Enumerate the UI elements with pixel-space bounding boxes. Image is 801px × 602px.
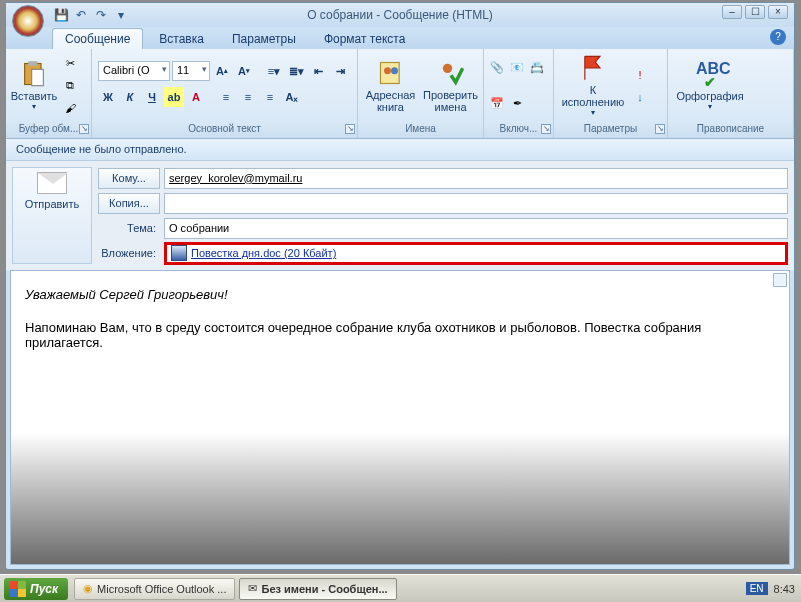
group-font: Calibri (О 11 A▴ A▾ ≡▾ ≣▾ ⇤ ⇥ Ж К Ч ab A — [92, 49, 358, 138]
message-window: 💾 ↶ ↷ ▾ О собрании - Сообщение (HTML) – … — [5, 2, 795, 570]
spelling-label: Орфография — [676, 90, 743, 102]
font-color-icon[interactable]: A — [186, 87, 206, 107]
message-header: Отправить Кому... sergey_korolev@mymail.… — [6, 161, 794, 270]
close-button[interactable]: × — [768, 5, 788, 19]
svg-rect-2 — [32, 69, 44, 85]
taskbar-outlook[interactable]: ◉Microsoft Office Outlook ... — [74, 578, 235, 600]
group-spelling: ABC✔ Орфография ▾ Правописание — [668, 49, 794, 138]
followup-button[interactable]: К исполнению ▾ — [558, 53, 628, 119]
svg-point-4 — [384, 67, 391, 74]
send-label: Отправить — [25, 198, 80, 210]
language-indicator[interactable]: EN — [746, 582, 768, 595]
followup-label: К исполнению — [558, 84, 628, 108]
format-painter-icon[interactable]: 🖌 — [61, 99, 79, 117]
address-book-button[interactable]: Адресная книга — [362, 53, 419, 119]
calendar-icon[interactable]: 📅 — [488, 94, 506, 112]
font-size-combo[interactable]: 11 — [172, 61, 210, 81]
to-button[interactable]: Кому... — [98, 168, 160, 189]
subject-label: Тема: — [98, 222, 160, 234]
options-dialog-launcher[interactable]: ↘ — [655, 124, 665, 134]
align-right-icon[interactable]: ≡ — [260, 87, 280, 107]
copy-icon[interactable]: ⧉ — [61, 77, 79, 95]
attach-item-icon[interactable]: 📧 — [508, 59, 526, 77]
ruler-toggle-icon[interactable] — [773, 273, 787, 287]
undo-icon[interactable]: ↶ — [74, 8, 88, 22]
address-book-icon — [377, 59, 405, 87]
align-left-icon[interactable]: ≡ — [216, 87, 236, 107]
group-names: Адресная книга Проверить имена Имена — [358, 49, 484, 138]
clear-format-icon[interactable]: Aₓ — [282, 87, 302, 107]
check-names-icon — [437, 59, 465, 87]
paste-button[interactable]: Вставить ▾ — [10, 53, 58, 119]
windows-flag-icon — [10, 581, 26, 597]
taskbar-message[interactable]: ✉Без имени - Сообщен... — [239, 578, 396, 600]
start-button[interactable]: Пуск — [4, 578, 68, 600]
redo-icon[interactable]: ↷ — [94, 8, 108, 22]
clock: 8:43 — [774, 583, 795, 595]
body-text: Напоминаю Вам, что в среду состоится оче… — [25, 320, 775, 350]
svg-rect-1 — [28, 61, 37, 66]
highlight-icon[interactable]: ab — [164, 87, 184, 107]
group-clipboard: Вставить ▾ ✂ ⧉ 🖌 Буфер обм...↘ — [6, 49, 92, 138]
outdent-icon[interactable]: ⇤ — [308, 61, 328, 81]
check-names-button[interactable]: Проверить имена — [422, 53, 479, 119]
help-icon[interactable]: ? — [770, 29, 786, 45]
group-include-label: Включ...↘ — [484, 122, 553, 138]
cc-field[interactable] — [164, 193, 788, 214]
check-names-label: Проверить имена — [422, 89, 479, 113]
group-include: 📎 📧 📇 📅 ✒ Включ...↘ — [484, 49, 554, 138]
attachment-name: Повестка дня.doc (20 Кбайт) — [191, 247, 336, 259]
group-followup-label: Параметры↘ — [554, 122, 667, 138]
start-label: Пуск — [30, 582, 58, 596]
group-spelling-label: Правописание — [668, 122, 793, 138]
message-body[interactable]: Уважаемый Сергей Григорьевич! Напоминаю … — [10, 270, 790, 565]
numbering-icon[interactable]: ≣▾ — [286, 61, 306, 81]
spelling-button[interactable]: ABC✔ Орфография ▾ — [672, 53, 748, 119]
subject-field[interactable]: О собрании — [164, 218, 788, 239]
quick-access-toolbar: 💾 ↶ ↷ ▾ — [54, 8, 128, 22]
office-button[interactable] — [12, 5, 44, 37]
body-greeting: Уважаемый Сергей Григорьевич! — [25, 287, 775, 302]
font-name-combo[interactable]: Calibri (О — [98, 61, 170, 81]
cc-button[interactable]: Копия... — [98, 193, 160, 214]
cut-icon[interactable]: ✂ — [61, 55, 79, 73]
maximize-button[interactable]: ☐ — [745, 5, 765, 19]
taskbar: Пуск ◉Microsoft Office Outlook ... ✉Без … — [0, 574, 801, 602]
bold-icon[interactable]: Ж — [98, 87, 118, 107]
group-names-label: Имена — [358, 122, 483, 138]
attach-file-icon[interactable]: 📎 — [488, 59, 506, 77]
paste-label: Вставить — [11, 90, 58, 102]
business-card-icon[interactable]: 📇 — [528, 59, 546, 77]
qat-more-icon[interactable]: ▾ — [114, 8, 128, 22]
shrink-font-icon[interactable]: A▾ — [234, 61, 254, 81]
to-field[interactable]: sergey_korolev@mymail.ru — [164, 168, 788, 189]
grow-font-icon[interactable]: A▴ — [212, 61, 232, 81]
save-icon[interactable]: 💾 — [54, 8, 68, 22]
font-dialog-launcher[interactable]: ↘ — [345, 124, 355, 134]
align-center-icon[interactable]: ≡ — [238, 87, 258, 107]
tab-format[interactable]: Формат текста — [312, 29, 417, 49]
group-followup: К исполнению ▾ ! ↓ Параметры↘ — [554, 49, 668, 138]
signature-icon[interactable]: ✒ — [508, 94, 526, 112]
indent-icon[interactable]: ⇥ — [330, 61, 350, 81]
address-book-label: Адресная книга — [362, 89, 419, 113]
tab-options[interactable]: Параметры — [220, 29, 308, 49]
svg-point-6 — [442, 63, 451, 72]
clipboard-dialog-launcher[interactable]: ↘ — [79, 124, 89, 134]
tab-insert[interactable]: Вставка — [147, 29, 216, 49]
minimize-button[interactable]: – — [722, 5, 742, 19]
importance-high-icon[interactable]: ! — [631, 66, 649, 84]
attachment-field[interactable]: Повестка дня.doc (20 Кбайт) — [164, 242, 788, 265]
window-title: О собрании - Сообщение (HTML) — [307, 8, 493, 22]
bullets-icon[interactable]: ≡▾ — [264, 61, 284, 81]
ribbon-tabstrip: Сообщение Вставка Параметры Формат текст… — [6, 27, 794, 49]
underline-icon[interactable]: Ч — [142, 87, 162, 107]
italic-icon[interactable]: К — [120, 87, 140, 107]
importance-low-icon[interactable]: ↓ — [631, 88, 649, 106]
include-dialog-launcher[interactable]: ↘ — [541, 124, 551, 134]
group-font-label: Основной текст↘ — [92, 122, 357, 138]
svg-point-5 — [391, 67, 398, 74]
envelope-icon — [37, 172, 67, 194]
tab-message[interactable]: Сообщение — [52, 28, 143, 49]
send-button[interactable]: Отправить — [12, 167, 92, 264]
